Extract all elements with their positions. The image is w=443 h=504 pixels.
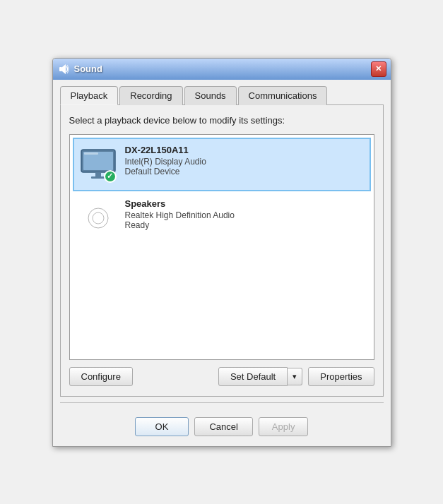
sound-title-icon bbox=[59, 64, 70, 75]
device-icon-speakers-wrap bbox=[78, 198, 118, 238]
dialog-buttons: OK Cancel Apply bbox=[60, 412, 384, 439]
device-item-monitor[interactable]: ✓ DX-22L150A11 Intel(R) Display Audio De… bbox=[73, 138, 371, 191]
svg-rect-6 bbox=[91, 176, 105, 179]
tabs-bar: Playback Recording Sounds Communications bbox=[60, 85, 384, 104]
properties-button[interactable]: Properties bbox=[308, 367, 374, 386]
device-status-speakers: Ready bbox=[125, 220, 365, 230]
title-bar: Sound ✕ bbox=[53, 59, 391, 80]
speaker-icon bbox=[80, 200, 117, 236]
tab-sounds[interactable]: Sounds bbox=[184, 86, 237, 105]
svg-point-12 bbox=[88, 208, 108, 228]
device-list[interactable]: ✓ DX-22L150A11 Intel(R) Display Audio De… bbox=[69, 134, 374, 360]
device-icon-monitor-wrap: ✓ bbox=[78, 145, 118, 184]
ok-button[interactable]: OK bbox=[135, 417, 189, 436]
device-info-speakers: Speakers Realtek High Definition Audio R… bbox=[125, 198, 365, 230]
device-name-speakers: Speakers bbox=[125, 198, 365, 209]
set-default-button[interactable]: Set Default bbox=[218, 367, 288, 386]
tab-playback[interactable]: Playback bbox=[60, 86, 119, 105]
tab-communications[interactable]: Communications bbox=[238, 86, 328, 105]
set-default-dropdown-button[interactable]: ▾ bbox=[288, 368, 302, 385]
window-content: Playback Recording Sounds Communications… bbox=[53, 80, 391, 446]
svg-rect-5 bbox=[95, 172, 101, 176]
sound-dialog: Sound ✕ Playback Recording Sounds Commun… bbox=[52, 58, 391, 447]
device-buttons: Configure Set Default ▾ Properties bbox=[69, 367, 374, 386]
device-status-monitor: Default Device bbox=[125, 167, 365, 176]
device-desc-speakers: Realtek High Definition Audio bbox=[125, 210, 365, 220]
device-desc-monitor: Intel(R) Display Audio bbox=[125, 157, 365, 167]
configure-button[interactable]: Configure bbox=[69, 367, 133, 386]
svg-rect-4 bbox=[84, 152, 98, 155]
default-check-badge: ✓ bbox=[104, 170, 117, 183]
apply-button[interactable]: Apply bbox=[259, 417, 309, 436]
device-name-monitor: DX-22L150A11 bbox=[125, 145, 365, 155]
svg-point-13 bbox=[93, 212, 104, 224]
window-title: Sound bbox=[74, 64, 102, 74]
tab-recording[interactable]: Recording bbox=[119, 86, 182, 105]
set-default-group: Set Default ▾ bbox=[218, 367, 302, 386]
svg-rect-0 bbox=[59, 67, 62, 71]
separator bbox=[60, 402, 384, 403]
svg-marker-1 bbox=[62, 64, 66, 74]
title-bar-left: Sound bbox=[59, 64, 102, 75]
device-item-speakers[interactable]: Speakers Realtek High Definition Audio R… bbox=[73, 191, 371, 245]
tab-panel-playback: Select a playback device below to modify… bbox=[60, 104, 384, 397]
close-button[interactable]: ✕ bbox=[371, 61, 386, 77]
cancel-button[interactable]: Cancel bbox=[194, 417, 252, 436]
instruction-text: Select a playback device below to modify… bbox=[69, 115, 374, 126]
device-info-monitor: DX-22L150A11 Intel(R) Display Audio Defa… bbox=[125, 145, 365, 176]
